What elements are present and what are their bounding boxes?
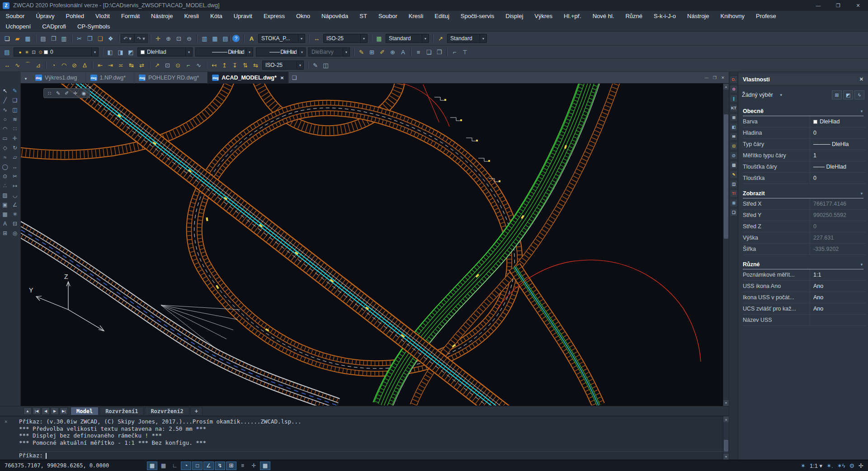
trim-icon[interactable]: ✂ [10,171,20,181]
menu-item[interactable]: Spočti-servis [455,11,500,21]
doc-restore-icon[interactable]: ❐ [711,74,719,81]
command-scrollbar[interactable]: ▲ ▼ [723,416,729,460]
explode-icon[interactable]: ✳ [10,209,20,219]
chevron-down-icon[interactable] [422,34,429,42]
section-obecne[interactable]: Obecně [743,108,863,116]
doc-close-icon[interactable]: ✕ [719,74,727,81]
point-icon[interactable]: ∴ [0,181,10,190]
menu-item[interactable]: S-k-i-J-o [648,11,681,21]
menu-item[interactable]: Nápověda [316,11,354,21]
select-objects-icon[interactable]: ◩ [843,90,853,99]
property-row[interactable]: Šířka -335.9202 [743,244,866,255]
sketch-icon[interactable]: ✎ [10,86,20,95]
move-icon[interactable]: ✛ [10,133,20,143]
polyline-icon[interactable]: ∿ [0,105,10,114]
radius-dimension-icon[interactable]: ◔ [48,61,59,70]
jogged-dimension-icon[interactable]: ◠ [59,61,69,70]
panel-close-icon[interactable]: ✕ [859,76,863,82]
dimension-update-icon[interactable]: ↧ [230,61,240,70]
layer-match-icon[interactable]: ⊞ [367,47,377,57]
menu-item[interactable]: Knihovny [715,11,750,21]
float-toolbar-close-icon[interactable]: ✕ [88,85,91,89]
table-icon[interactable]: ▦ [0,209,10,219]
layer-freeze-icon[interactable]: ✳ [24,47,30,57]
pan-mini-icon[interactable]: ✛ [71,89,80,97]
copy-icon[interactable]: ❐ [85,34,95,43]
dimension-style-apply-icon[interactable]: ⇅ [240,61,250,70]
toggle-pickadd-icon[interactable]: ϟ [854,90,864,99]
text-style-dropdown[interactable]: STOKA_P... [258,34,305,43]
undo-icon[interactable]: ↶ ▾ [121,34,134,43]
cadprofi-d-icon[interactable]: D. [730,75,738,84]
menu-item[interactable]: Edituj [429,11,455,21]
dimension-jog-line-icon[interactable]: ∿ [193,61,204,70]
annotation-lightning-icon[interactable]: ✶ϟ [837,462,845,469]
linear-dimension-icon[interactable]: ↔ [2,61,12,70]
property-row[interactable]: Střed X 766177.4146 [743,198,866,210]
chevron-down-icon[interactable] [246,48,253,56]
chevron-down-icon[interactable] [480,34,486,42]
zoom-window-icon[interactable]: ⊡ [174,34,184,43]
tab-close-icon[interactable]: ✕ [280,75,284,80]
ellipse-icon[interactable]: ◯ [0,162,10,171]
dimension-text-edit-icon[interactable]: ↥ [219,61,230,70]
scroll-up-icon[interactable]: ▲ [723,416,729,422]
copy-tool-icon[interactable]: ❏ [10,95,20,105]
command-window[interactable]: ✕ Příkaz: (v.30.0iw ZWCAD, (C) Skipy Jon… [0,416,729,460]
minimize-button[interactable]: — [808,0,828,11]
layer-previous-icon[interactable]: ◧ [105,47,115,57]
layer-on-bulb-icon[interactable]: ● [17,47,24,57]
prev-layout-icon[interactable]: ◀ [42,407,50,415]
maximize-button[interactable]: ❐ [828,0,848,11]
chevron-down-icon[interactable] [185,48,192,56]
ucs-world-icon[interactable]: ⊤ [460,47,470,57]
at-icon[interactable]: @ [730,151,738,160]
section-zobrazit[interactable]: Zobrazit [743,190,863,198]
property-row[interactable]: Tloušťka 0 [743,173,866,184]
polygon-icon[interactable]: ◇ [0,143,10,152]
menu-item[interactable]: Vložit [90,11,116,21]
center-mark-icon[interactable]: ⊙ [173,61,183,70]
polar-tracking-icon[interactable]: ◔ [181,462,191,470]
layer-plot-icon[interactable]: ⊡ [30,47,37,57]
scroll-down-icon[interactable]: ▼ [723,454,729,460]
layer-isolate-icon[interactable]: ◩ [126,47,136,57]
command-close-icon[interactable]: ✕ [5,419,8,424]
print-preview-icon[interactable]: ❐ [48,34,59,43]
layer-lock-icon[interactable]: ⊙ [37,47,44,57]
cut-icon[interactable]: ✂ [74,34,85,43]
extend-icon[interactable]: ↦ [10,181,20,190]
menu-item[interactable]: Nové hl. [587,11,620,21]
grid-snap-icon[interactable]: ▦ [158,462,169,470]
menu-item[interactable]: Uchopení [0,22,37,32]
arc-length-dimension-icon[interactable]: ⌒ [23,61,33,70]
menu-item[interactable]: Okno [290,11,316,21]
edit-box-icon[interactable]: ⊡ [730,142,738,150]
property-row[interactable]: Ikona USS v počát... Ano [743,292,866,303]
baseline-dimension-icon[interactable]: ⇥ [105,61,116,70]
menu-item[interactable]: Výkres [529,11,558,21]
color-dropdown[interactable]: DleHlad [137,47,193,57]
select-icon[interactable]: ↖ [0,86,10,95]
add-workspace-icon[interactable]: ✛ [249,462,259,470]
property-row[interactable]: Typ čáry ——— DleHla [743,139,866,150]
menu-item[interactable]: Profese [750,11,782,21]
menu-item[interactable]: Express [258,11,290,21]
make-object-layer-icon[interactable]: ✎ [356,47,367,57]
property-row[interactable]: Poznámkové měřít... 1:1 [743,269,866,281]
plot-icon[interactable]: ▥ [59,34,69,43]
layer-dropdown[interactable]: ●✳⊡⊙ 0 [14,47,99,57]
array-icon[interactable]: ∷ [10,124,20,133]
section-ruzne[interactable]: Různé [743,261,863,269]
grid-tool-icon[interactable]: ⊞ [730,113,738,122]
drag-handle-icon[interactable]: ∷ [45,89,54,97]
menu-item[interactable]: Nástroje [682,11,715,21]
match-properties-icon[interactable]: ❖ [105,34,116,43]
layout-tab[interactable]: Model [71,407,99,415]
last-layout-icon[interactable]: ▶| [60,407,68,415]
donut-icon[interactable]: ⊙ [0,171,10,181]
continue-dimension-icon[interactable]: ≍ [116,61,126,70]
angular-dimension-icon[interactable]: ∆ [80,61,90,70]
dim-style-dropdown[interactable]: ISO-25 [323,34,368,43]
scroll-down-icon[interactable]: ▼ [723,400,729,406]
